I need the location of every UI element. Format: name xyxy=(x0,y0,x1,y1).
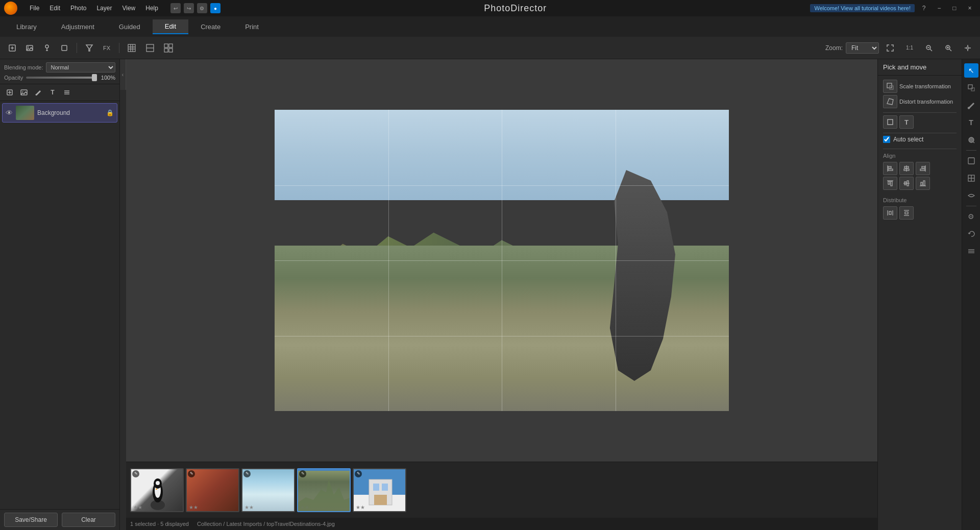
tab-guided[interactable]: Guided xyxy=(107,20,153,34)
auto-select-row: Auto select xyxy=(883,136,957,143)
grid-toggle-button[interactable] xyxy=(124,40,140,56)
filmstrip-thumb-2[interactable]: ✎ ★★ xyxy=(186,468,239,512)
auto-select-checkbox[interactable] xyxy=(883,136,890,143)
minimize-button[interactable]: − xyxy=(933,3,945,13)
fill-side-icon[interactable] xyxy=(964,133,978,147)
align-center-h-button[interactable] xyxy=(899,162,914,175)
photo-import-btn[interactable] xyxy=(17,86,31,99)
filter-button[interactable] xyxy=(81,40,97,56)
menu-photo[interactable]: Photo xyxy=(66,4,90,13)
new-layer-btn[interactable] xyxy=(3,86,16,99)
menu-view[interactable]: View xyxy=(118,4,139,13)
text-side-icon[interactable]: T xyxy=(964,115,978,130)
align-top-button[interactable] xyxy=(883,177,897,190)
panel-expand-button[interactable]: ‹ xyxy=(120,59,126,90)
brush-side-icon[interactable] xyxy=(964,98,978,112)
opacity-handle[interactable] xyxy=(92,74,97,81)
align-side-icon[interactable] xyxy=(964,244,978,258)
right-panel-header: Pick and move xyxy=(878,59,962,76)
opacity-slider[interactable] xyxy=(26,77,96,79)
layer-options-btn[interactable] xyxy=(60,86,74,99)
align-row-2 xyxy=(883,177,957,190)
text-layer-btn[interactable]: T xyxy=(46,86,59,99)
svg-rect-64 xyxy=(891,181,892,186)
layer-visibility-icon[interactable]: 👁 xyxy=(6,109,13,117)
layout-button[interactable] xyxy=(160,40,177,56)
title-bar-left: File Edit Photo Layer View Help ↩ ↪ ⚙ ● xyxy=(4,2,220,15)
blending-mode-select[interactable]: Normal Multiply Screen Overlay xyxy=(46,62,115,73)
align-right-button[interactable] xyxy=(916,162,930,175)
zoom-in-button[interactable] xyxy=(940,40,957,56)
tab-print[interactable]: Print xyxy=(233,20,271,34)
help-button[interactable]: ? xyxy=(918,3,930,13)
zoom-select[interactable]: 25% 50% 75% Fit 100% 200% xyxy=(846,42,879,54)
clear-button[interactable]: Clear xyxy=(62,513,115,527)
warp-side-icon[interactable] xyxy=(964,188,978,203)
history-side-icon[interactable] xyxy=(964,227,978,241)
tab-library[interactable]: Library xyxy=(4,20,49,34)
undo-icon[interactable]: ↩ xyxy=(170,3,181,13)
svg-rect-69 xyxy=(921,182,922,185)
filmstrip: ✎ ★★ ✎ ★★ ✎ ★★ ✎ ★★ xyxy=(126,462,877,518)
view-options-button[interactable] xyxy=(142,40,158,56)
scale-transform-icon[interactable] xyxy=(964,81,978,95)
redo-icon[interactable]: ↪ xyxy=(184,3,194,13)
notification-banner[interactable]: Welcome! View all tutorial videos here! xyxy=(810,4,915,12)
distribute-h-button[interactable] xyxy=(883,206,897,220)
effects-button[interactable]: FX xyxy=(99,40,115,56)
layer-lock-icon[interactable]: 🔒 xyxy=(106,109,114,116)
menu-edit[interactable]: Edit xyxy=(45,4,64,13)
zoom-100-button[interactable]: 1:1 xyxy=(901,40,918,56)
opacity-value: 100% xyxy=(99,75,115,81)
filmstrip-thumb-4[interactable]: ✎ ★★ xyxy=(297,468,351,512)
svg-point-31 xyxy=(22,91,23,92)
distort-transformation-label: Distort transformation xyxy=(899,99,953,105)
align-left-button[interactable] xyxy=(883,162,897,175)
align-row-1 xyxy=(883,162,957,175)
side-icon-sep-2 xyxy=(966,206,976,206)
shape-tool-button[interactable] xyxy=(56,40,72,56)
nav-tabs: Library Adjustment Guided Edit Create Pr… xyxy=(0,16,980,37)
filmstrip-thumb-3[interactable]: ✎ ★★ xyxy=(241,468,295,512)
type-button[interactable]: T xyxy=(899,115,914,129)
pick-move-icon[interactable]: ↖ xyxy=(964,63,978,78)
align-middle-button[interactable] xyxy=(899,177,914,190)
right-panel-tools: Scale transformation Distort transformat… xyxy=(878,76,962,229)
settings-side-icon[interactable]: ⚙ xyxy=(964,209,978,224)
tab-create[interactable]: Create xyxy=(188,20,233,34)
svg-rect-61 xyxy=(920,169,925,171)
menu-help[interactable]: Help xyxy=(141,4,162,13)
crop-button[interactable] xyxy=(883,115,897,129)
distort-transformation-button[interactable] xyxy=(883,95,897,108)
svg-rect-54 xyxy=(888,166,891,168)
distribute-v-button[interactable] xyxy=(899,206,914,220)
settings-icon[interactable]: ⚙ xyxy=(197,3,207,13)
canvas-area[interactable] xyxy=(126,59,877,462)
fit-to-screen-button[interactable] xyxy=(882,40,898,56)
svg-rect-47 xyxy=(382,484,388,491)
tab-edit[interactable]: Edit xyxy=(153,19,188,34)
filmstrip-thumb-5[interactable]: ✎ ★★ xyxy=(353,468,406,512)
transform-side-icon[interactable] xyxy=(964,171,978,185)
toolbar-layer-tools xyxy=(4,40,72,56)
restore-button[interactable]: □ xyxy=(948,3,961,13)
shape-side-icon[interactable] xyxy=(964,154,978,168)
pan-tool-button[interactable] xyxy=(960,40,976,56)
brush-tool-button[interactable] xyxy=(39,40,55,56)
svg-point-40 xyxy=(156,481,160,485)
photo-layer-button[interactable] xyxy=(21,40,38,56)
layer-item[interactable]: 👁 Background 🔒 xyxy=(2,103,117,123)
scale-transformation-button[interactable] xyxy=(883,80,897,93)
filmstrip-thumb-1[interactable]: ✎ ★★ xyxy=(130,468,184,512)
close-button[interactable]: × xyxy=(964,3,976,13)
new-layer-button[interactable] xyxy=(4,40,20,56)
sync-icon[interactable]: ● xyxy=(210,3,220,13)
svg-rect-48 xyxy=(374,495,387,505)
brush-layer-btn[interactable] xyxy=(32,86,45,99)
align-bottom-button[interactable] xyxy=(916,177,930,190)
menu-file[interactable]: File xyxy=(26,4,43,13)
save-share-button[interactable]: Save/Share xyxy=(4,513,58,527)
zoom-out-button[interactable] xyxy=(921,40,937,56)
menu-layer[interactable]: Layer xyxy=(92,4,116,13)
tab-adjustment[interactable]: Adjustment xyxy=(49,20,107,34)
